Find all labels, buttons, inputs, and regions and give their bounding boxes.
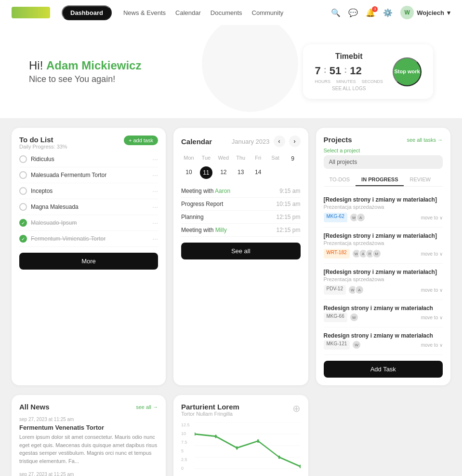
todo-item: ✓Malesuado-Ipsum ··· bbox=[19, 215, 158, 231]
projects-title: Projects bbox=[324, 136, 352, 144]
todo-item: ✓Fermentum-Vimienatis-Tortor ··· bbox=[19, 231, 158, 247]
timebit-card: Timebit 7 : 51 : 12 HOURS MINUTES SECOND… bbox=[303, 44, 433, 99]
event-time: 12:15 pm bbox=[276, 227, 300, 233]
project-list: [Redesign strony i zmiany w materiałach]… bbox=[324, 191, 443, 355]
todo-menu[interactable]: ··· bbox=[152, 171, 158, 179]
nav-documents[interactable]: Documents bbox=[211, 9, 242, 16]
message-icon[interactable]: 💬 bbox=[348, 8, 358, 17]
chart-card: Parturient Lorem Tortor Nullam Fringilla… bbox=[173, 395, 308, 476]
todo-menu[interactable]: ··· bbox=[152, 203, 158, 211]
add-task-button[interactable]: Add Task bbox=[324, 361, 443, 378]
navbar: Dashboard News & Events Calendar Documen… bbox=[0, 0, 462, 25]
todo-text: Malesuada Fermentum Tortor bbox=[31, 172, 106, 178]
todo-checkbox[interactable] bbox=[19, 155, 27, 163]
calendar-event: Meeting with Aaron 9:15 am bbox=[181, 185, 301, 198]
user-name: Wojciech bbox=[417, 9, 444, 16]
todo-menu[interactable]: ··· bbox=[152, 235, 158, 243]
project-item: [Redesign strony i zmiany w materiałach]… bbox=[324, 191, 443, 228]
calendar-nav: ‹ › bbox=[274, 136, 301, 147]
timebit-see-all[interactable]: SEE ALL LOGS bbox=[315, 86, 383, 91]
project-avatar: A bbox=[356, 213, 366, 222]
todo-item: Malesuada Fermentum Tortor ··· bbox=[19, 167, 158, 183]
timebit-title: Timebit bbox=[315, 52, 383, 61]
timebit-labels: HOURS MINUTES SECONDS bbox=[315, 79, 383, 84]
todo-menu[interactable]: ··· bbox=[152, 155, 158, 163]
project-move-to[interactable]: move to ∨ bbox=[421, 342, 443, 348]
add-task-button[interactable]: + add task bbox=[124, 136, 158, 145]
todo-checkbox-done[interactable]: ✓ bbox=[19, 235, 27, 243]
project-avatar: M bbox=[372, 249, 382, 258]
nav-news-events[interactable]: News & Events bbox=[123, 9, 166, 16]
calendar-day-today[interactable]: 11 bbox=[200, 166, 212, 179]
svg-point-9 bbox=[257, 439, 259, 443]
todo-menu[interactable]: ··· bbox=[152, 187, 158, 195]
project-tab-todos[interactable]: TO-DOS bbox=[324, 174, 356, 186]
project-move-to[interactable]: move to ∨ bbox=[421, 251, 443, 257]
project-tab-review[interactable]: REVIEW bbox=[404, 174, 436, 186]
todo-text: Malesuado-Ipsum bbox=[31, 219, 77, 226]
project-tag: MKG-66 bbox=[324, 313, 347, 322]
timebit-time: 7 : 51 : 12 bbox=[315, 65, 383, 77]
more-button[interactable]: More bbox=[19, 253, 158, 270]
nav-community[interactable]: Community bbox=[252, 9, 284, 16]
hero-section: Hi! Adam Mickiewicz Nice to see You agai… bbox=[0, 25, 462, 118]
project-avatar: W bbox=[352, 340, 361, 350]
all-news-card: All News see all → sep 27, 2023 at 11:25… bbox=[12, 395, 166, 476]
project-select[interactable]: All projects bbox=[324, 155, 443, 169]
project-move-to[interactable]: move to ∨ bbox=[421, 215, 443, 220]
chart-area: 12.5 10 7.5 5 2.5 0 bbox=[181, 422, 301, 476]
calendar-next[interactable]: › bbox=[289, 136, 301, 147]
todo-text: Inceptos bbox=[31, 188, 53, 194]
stop-work-button[interactable]: Stop work bbox=[393, 57, 422, 86]
search-icon[interactable]: 🔍 bbox=[331, 8, 341, 17]
project-move-to[interactable]: move to ∨ bbox=[421, 315, 443, 320]
news-item-body: Lorem ipsum dolor sit amet consectetur. … bbox=[19, 433, 158, 465]
todo-checkbox[interactable] bbox=[19, 171, 27, 179]
todo-header: To do List Daily Progress: 33% + add tas… bbox=[19, 136, 158, 150]
event-name: Meeting with Milly bbox=[181, 227, 227, 233]
see-all-button[interactable]: See all bbox=[181, 243, 301, 259]
todo-checkbox[interactable] bbox=[19, 187, 27, 195]
projects-see-all[interactable]: see all tasks → bbox=[407, 137, 443, 143]
nav-dashboard-tab[interactable]: Dashboard bbox=[62, 5, 112, 20]
project-tab-inprogress[interactable]: IN PROGRESS bbox=[356, 174, 404, 186]
todo-checkbox[interactable] bbox=[19, 203, 27, 211]
calendar-day[interactable]: 14 bbox=[251, 166, 266, 179]
chart-bookmark-icon[interactable]: ⊕ bbox=[292, 403, 301, 414]
projects-card: Projects see all tasks → Select a projec… bbox=[316, 128, 451, 385]
chevron-down-icon: ▾ bbox=[447, 9, 450, 16]
calendar-events: Meeting with Aaron 9:15 am Progress Repo… bbox=[181, 185, 301, 237]
calendar-grid: Mon Tue Wed Thu Fri Sat 9 10 11 12 13 14 bbox=[181, 153, 301, 179]
calendar-event: Meeting with Milly 12:15 pm bbox=[181, 224, 301, 237]
news-item: sep 27, 2023 at 11:25 am Fermentum Venen… bbox=[19, 417, 158, 465]
project-item-title: Redesign strony i zmiany w materiałach bbox=[324, 332, 443, 339]
event-time: 10:15 am bbox=[276, 201, 300, 207]
event-time: 9:15 am bbox=[279, 188, 300, 194]
user-menu[interactable]: W Wojciech ▾ bbox=[400, 6, 450, 19]
bell-icon[interactable]: 🔔3 bbox=[366, 8, 375, 17]
chart-svg bbox=[195, 422, 301, 476]
select-project-label: Select a project bbox=[324, 148, 443, 153]
project-move-to[interactable]: move to ∨ bbox=[421, 287, 443, 293]
settings-icon[interactable]: ⚙️ bbox=[383, 8, 393, 17]
calendar-event: Planning 12:15 pm bbox=[181, 211, 301, 224]
calendar-day[interactable]: 10 bbox=[181, 166, 197, 179]
nav-calendar[interactable]: Calendar bbox=[175, 9, 201, 16]
calendar-prev[interactable]: ‹ bbox=[274, 136, 285, 147]
event-name: Meeting with Aaron bbox=[181, 188, 230, 194]
calendar-day[interactable]: 12 bbox=[216, 166, 231, 179]
news-item: sep 27, 2023 at 11:25 am Parturient Male… bbox=[19, 472, 158, 476]
timebit-hours: 7 bbox=[315, 65, 320, 77]
calendar-day[interactable]: 9 bbox=[285, 153, 301, 164]
timebit-seconds: 12 bbox=[350, 65, 361, 77]
project-item: Redesign strony i zmiany w materiałach M… bbox=[324, 327, 443, 355]
calendar-card: Calendar January 2023 ‹ › Mon Tue Wed Th… bbox=[173, 128, 308, 385]
todo-checkbox-done[interactable]: ✓ bbox=[19, 219, 27, 227]
project-tag: MKG-121 bbox=[324, 340, 350, 350]
timebit-minutes: 51 bbox=[330, 65, 341, 77]
hero-name: Adam Mickiewicz bbox=[46, 59, 141, 72]
project-item-sub: Prezentacja sprzedażowa bbox=[324, 276, 443, 282]
todo-menu[interactable]: ··· bbox=[152, 219, 158, 227]
calendar-day[interactable]: 13 bbox=[233, 166, 249, 179]
news-see-all[interactable]: see all → bbox=[136, 404, 158, 410]
